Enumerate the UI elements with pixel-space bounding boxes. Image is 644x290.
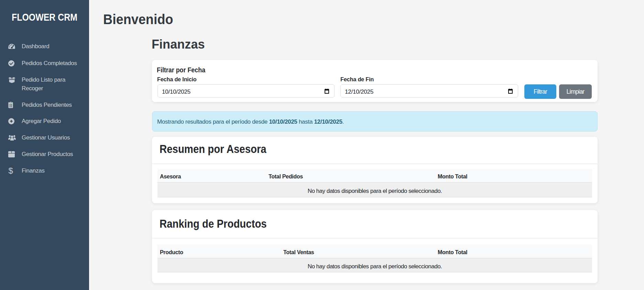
svg-text:$: $: [8, 167, 13, 175]
